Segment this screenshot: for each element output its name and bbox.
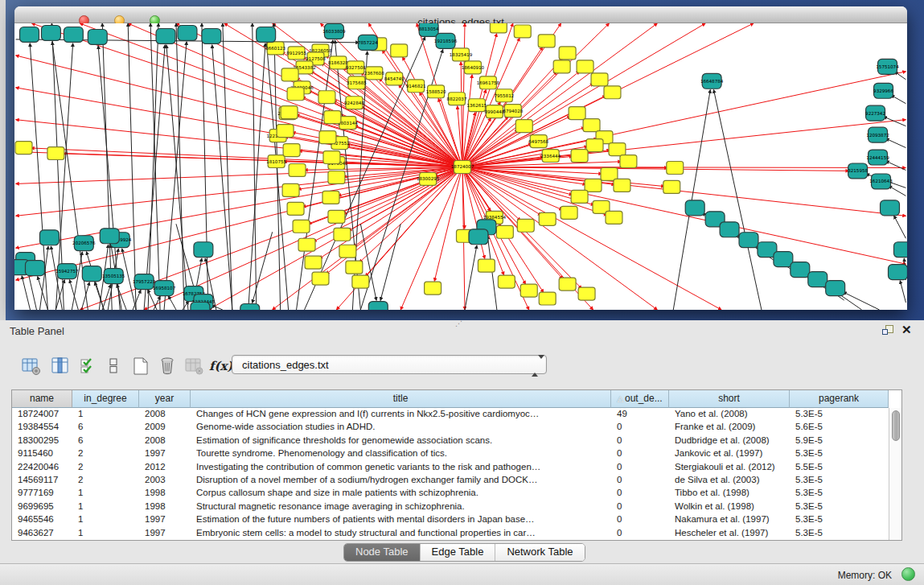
float-panel-icon[interactable] bbox=[881, 324, 894, 336]
column-header-short[interactable]: short bbox=[669, 390, 790, 408]
network-graph[interactable]: 1872400718300295193845546497568233644486… bbox=[14, 23, 907, 310]
graph-node[interactable] bbox=[323, 151, 340, 164]
column-header-pagerank[interactable]: pagerank bbox=[790, 390, 889, 408]
column-visibility-icon[interactable] bbox=[50, 356, 71, 377]
graph-node[interactable] bbox=[156, 28, 175, 43]
graph-node[interactable] bbox=[538, 35, 555, 47]
graph-node[interactable] bbox=[571, 150, 588, 163]
graph-node[interactable] bbox=[569, 107, 585, 120]
graph-node[interactable] bbox=[281, 68, 298, 81]
column-header-title[interactable]: title bbox=[191, 390, 611, 408]
graph-node[interactable] bbox=[346, 261, 363, 274]
graph-node[interactable] bbox=[15, 142, 32, 154]
create-column-icon[interactable] bbox=[130, 356, 151, 377]
table-row[interactable]: 946554611997Estimation of the future num… bbox=[12, 513, 889, 526]
graph-node[interactable] bbox=[591, 73, 608, 86]
table-select-dropdown[interactable]: citations_edges.txt bbox=[232, 355, 547, 374]
graph-node[interactable] bbox=[281, 106, 298, 119]
graph-node[interactable] bbox=[282, 183, 299, 196]
graph-node[interactable] bbox=[240, 304, 260, 310]
graph-node[interactable] bbox=[585, 179, 602, 192]
column-header-year[interactable]: year bbox=[139, 390, 191, 408]
graph-node[interactable] bbox=[202, 28, 221, 43]
delete-column-icon[interactable] bbox=[157, 356, 178, 377]
graph-node[interactable] bbox=[586, 139, 603, 152]
graph-node[interactable] bbox=[469, 229, 488, 245]
graph-node[interactable] bbox=[808, 272, 827, 287]
table-mode-icon[interactable] bbox=[21, 356, 42, 377]
column-header-out_degree[interactable]: △out_de... bbox=[611, 390, 669, 408]
graph-node[interactable] bbox=[539, 292, 556, 305]
graph-node[interactable] bbox=[283, 144, 300, 157]
graph-node[interactable] bbox=[352, 275, 369, 288]
graph-node[interactable] bbox=[614, 179, 630, 192]
graph-node[interactable] bbox=[571, 190, 588, 203]
table-row[interactable]: 1872400712008Changes of HCN gene express… bbox=[12, 408, 889, 421]
graph-node[interactable] bbox=[720, 222, 739, 237]
graph-node[interactable] bbox=[339, 245, 356, 257]
table-row[interactable]: 1456911722003Disruption of a novel membe… bbox=[12, 474, 889, 487]
graph-node[interactable] bbox=[583, 119, 600, 132]
graph-node[interactable] bbox=[893, 242, 907, 257]
graph-node[interactable] bbox=[287, 88, 304, 101]
tab-network-table[interactable]: Network Table bbox=[495, 544, 584, 561]
graph-node[interactable] bbox=[328, 210, 345, 223]
graph-node[interactable] bbox=[514, 25, 531, 38]
graph-node[interactable] bbox=[318, 91, 335, 104]
graph-node[interactable] bbox=[791, 262, 810, 278]
graph-node[interactable] bbox=[322, 191, 339, 204]
table-row[interactable]: 969969511998Structural magnetic resonanc… bbox=[12, 501, 889, 513]
graph-node[interactable] bbox=[826, 281, 845, 296]
graph-node[interactable] bbox=[496, 225, 513, 238]
scrollbar-thumb[interactable] bbox=[892, 410, 900, 441]
graph-node[interactable] bbox=[312, 272, 329, 285]
graph-node[interactable] bbox=[553, 60, 570, 73]
graph-node[interactable] bbox=[517, 219, 534, 232]
graph-node[interactable] bbox=[606, 211, 622, 224]
graph-node[interactable] bbox=[178, 25, 197, 40]
graph-node[interactable] bbox=[20, 27, 39, 42]
graph-node[interactable] bbox=[368, 302, 388, 310]
column-header-in_degree[interactable]: in_degree bbox=[72, 390, 139, 408]
table-row[interactable]: 911546021997Tourette syndrome. Phenomeno… bbox=[12, 447, 889, 460]
table-row[interactable]: 2242004622012Investigating the contribut… bbox=[12, 461, 889, 474]
graph-node[interactable] bbox=[604, 86, 621, 99]
vertical-scrollbar[interactable] bbox=[889, 408, 901, 540]
graph-node[interactable] bbox=[334, 228, 351, 241]
graph-node[interactable] bbox=[328, 171, 345, 183]
tab-node-table[interactable]: Node Table bbox=[344, 544, 421, 561]
table-row[interactable]: 1830029562008Estimation of significance … bbox=[12, 435, 889, 447]
graph-node[interactable] bbox=[41, 25, 60, 40]
graph-node[interactable] bbox=[609, 143, 626, 156]
network-view[interactable]: 1872400718300295193845546497568233644486… bbox=[14, 23, 907, 310]
graph-node[interactable] bbox=[561, 206, 577, 219]
graph-node[interactable] bbox=[881, 200, 900, 216]
graph-node[interactable] bbox=[490, 23, 507, 33]
memory-status-icon[interactable] bbox=[901, 567, 915, 581]
graph-node[interactable] bbox=[663, 180, 680, 193]
graph-node[interactable] bbox=[277, 125, 294, 138]
graph-node[interactable] bbox=[498, 275, 515, 288]
graph-node[interactable] bbox=[515, 120, 532, 133]
tab-edge-table[interactable]: Edge Table bbox=[421, 544, 496, 561]
column-header-name[interactable]: name bbox=[12, 390, 72, 408]
graph-node[interactable] bbox=[324, 111, 341, 124]
graph-node[interactable] bbox=[667, 162, 684, 175]
graph-node[interactable] bbox=[88, 29, 107, 44]
graph-node[interactable] bbox=[319, 131, 336, 144]
graph-node[interactable] bbox=[191, 303, 210, 310]
function-builder-icon[interactable]: f(x) bbox=[209, 359, 230, 380]
graph-node[interactable] bbox=[391, 44, 408, 57]
graph-node[interactable] bbox=[289, 164, 306, 177]
graph-node[interactable] bbox=[293, 220, 310, 233]
graph-node[interactable] bbox=[100, 229, 119, 244]
graph-node[interactable] bbox=[559, 47, 576, 60]
network-window[interactable]: citations_edges.txt 18724007183002951938… bbox=[14, 6, 907, 310]
graph-node[interactable] bbox=[39, 230, 59, 245]
graph-node[interactable] bbox=[26, 261, 45, 276]
table-row[interactable]: 977716911998Corpus callosum shape and si… bbox=[12, 487, 889, 500]
graph-node[interactable] bbox=[539, 212, 556, 225]
window-titlebar[interactable]: citations_edges.txt bbox=[14, 6, 907, 23]
graph-node[interactable] bbox=[64, 27, 83, 42]
import-table-icon[interactable] bbox=[183, 356, 204, 377]
